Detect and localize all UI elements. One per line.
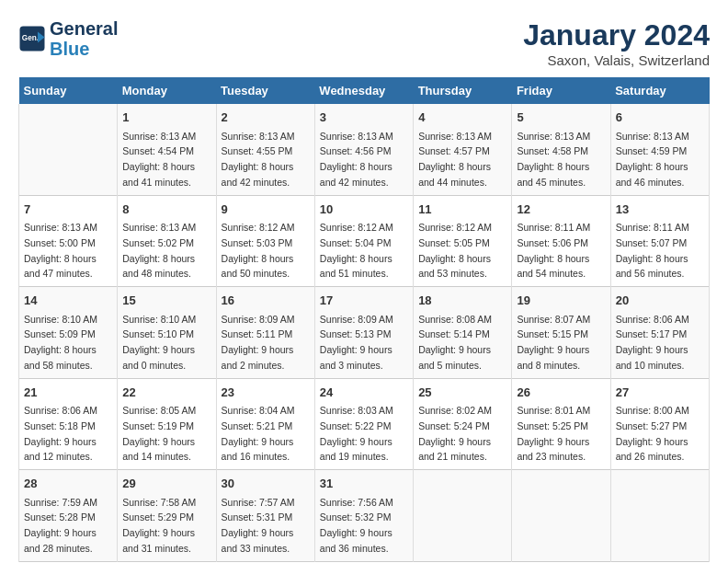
day-info: Sunrise: 8:12 AM Sunset: 5:03 PM Dayligh…	[222, 222, 295, 279]
month-title: January 2024	[523, 18, 710, 52]
calendar-cell	[610, 470, 709, 562]
calendar-week-row: 14Sunrise: 8:10 AM Sunset: 5:09 PM Dayli…	[19, 287, 710, 379]
calendar-cell: 24Sunrise: 8:03 AM Sunset: 5:22 PM Dayli…	[314, 378, 413, 470]
day-info: Sunrise: 7:57 AM Sunset: 5:31 PM Dayligh…	[222, 497, 295, 554]
calendar-cell: 19Sunrise: 8:07 AM Sunset: 5:15 PM Dayli…	[512, 287, 610, 379]
day-info: Sunrise: 7:56 AM Sunset: 5:32 PM Dayligh…	[320, 497, 393, 554]
header-row: SundayMondayTuesdayWednesdayThursdayFrid…	[19, 77, 710, 104]
day-number: 31	[320, 475, 408, 493]
day-number: 21	[24, 384, 112, 402]
day-number: 27	[616, 384, 704, 402]
day-number: 12	[517, 201, 605, 219]
calendar-cell: 22Sunrise: 8:05 AM Sunset: 5:19 PM Dayli…	[118, 378, 216, 470]
calendar-cell: 2Sunrise: 8:13 AM Sunset: 4:55 PM Daylig…	[216, 104, 314, 195]
day-info: Sunrise: 8:07 AM Sunset: 5:15 PM Dayligh…	[517, 314, 590, 371]
logo-icon: Gen.	[18, 25, 46, 52]
day-info: Sunrise: 8:10 AM Sunset: 5:10 PM Dayligh…	[122, 314, 196, 371]
location-subtitle: Saxon, Valais, Switzerland	[523, 52, 710, 68]
day-info: Sunrise: 8:03 AM Sunset: 5:22 PM Dayligh…	[320, 405, 393, 462]
day-number: 10	[320, 201, 408, 219]
day-number: 17	[320, 292, 408, 310]
calendar-cell: 6Sunrise: 8:13 AM Sunset: 4:59 PM Daylig…	[610, 104, 709, 195]
day-number: 15	[122, 292, 210, 310]
calendar-header: SundayMondayTuesdayWednesdayThursdayFrid…	[19, 77, 710, 104]
day-number: 20	[616, 292, 704, 310]
day-number: 13	[616, 201, 704, 219]
day-number: 23	[222, 384, 310, 402]
day-number: 5	[517, 109, 605, 127]
calendar-cell: 26Sunrise: 8:01 AM Sunset: 5:25 PM Dayli…	[512, 378, 610, 470]
weekday-header: Friday	[512, 77, 610, 104]
day-info: Sunrise: 8:06 AM Sunset: 5:18 PM Dayligh…	[24, 405, 97, 462]
day-info: Sunrise: 8:13 AM Sunset: 4:57 PM Dayligh…	[418, 131, 492, 188]
day-number: 11	[418, 201, 506, 219]
logo-text-line2: Blue	[50, 39, 118, 59]
calendar-cell: 20Sunrise: 8:06 AM Sunset: 5:17 PM Dayli…	[610, 287, 709, 379]
day-info: Sunrise: 7:59 AM Sunset: 5:28 PM Dayligh…	[24, 497, 97, 554]
calendar-week-row: 21Sunrise: 8:06 AM Sunset: 5:18 PM Dayli…	[19, 378, 710, 470]
calendar-week-row: 7Sunrise: 8:13 AM Sunset: 5:00 PM Daylig…	[19, 195, 710, 287]
day-info: Sunrise: 8:04 AM Sunset: 5:21 PM Dayligh…	[222, 405, 295, 462]
page-header: Gen. General Blue January 2024 Saxon, Va…	[18, 18, 710, 68]
day-info: Sunrise: 8:09 AM Sunset: 5:11 PM Dayligh…	[222, 314, 295, 371]
svg-text:Gen.: Gen.	[22, 34, 39, 42]
day-number: 29	[122, 475, 210, 493]
calendar-cell: 3Sunrise: 8:13 AM Sunset: 4:56 PM Daylig…	[314, 104, 413, 195]
day-number: 3	[320, 109, 408, 127]
calendar-cell: 13Sunrise: 8:11 AM Sunset: 5:07 PM Dayli…	[610, 195, 709, 287]
day-info: Sunrise: 7:58 AM Sunset: 5:29 PM Dayligh…	[122, 497, 196, 554]
calendar-cell	[414, 470, 512, 562]
weekday-header: Sunday	[19, 77, 118, 104]
calendar-cell: 9Sunrise: 8:12 AM Sunset: 5:03 PM Daylig…	[216, 195, 314, 287]
day-info: Sunrise: 8:13 AM Sunset: 4:54 PM Dayligh…	[122, 131, 196, 188]
calendar-cell: 23Sunrise: 8:04 AM Sunset: 5:21 PM Dayli…	[216, 378, 314, 470]
calendar-table: SundayMondayTuesdayWednesdayThursdayFrid…	[18, 77, 710, 562]
day-number: 2	[222, 109, 310, 127]
day-info: Sunrise: 8:13 AM Sunset: 4:58 PM Dayligh…	[517, 131, 590, 188]
logo-text-line1: General	[50, 18, 118, 39]
calendar-cell	[19, 104, 118, 195]
day-number: 26	[517, 384, 605, 402]
day-number: 4	[418, 109, 506, 127]
day-info: Sunrise: 8:13 AM Sunset: 5:00 PM Dayligh…	[24, 222, 97, 279]
day-info: Sunrise: 8:09 AM Sunset: 5:13 PM Dayligh…	[320, 314, 393, 371]
day-info: Sunrise: 8:12 AM Sunset: 5:05 PM Dayligh…	[418, 222, 492, 279]
day-number: 18	[418, 292, 506, 310]
calendar-cell: 12Sunrise: 8:11 AM Sunset: 5:06 PM Dayli…	[512, 195, 610, 287]
calendar-cell: 29Sunrise: 7:58 AM Sunset: 5:29 PM Dayli…	[118, 470, 216, 562]
day-info: Sunrise: 8:13 AM Sunset: 4:59 PM Dayligh…	[616, 131, 689, 188]
calendar-cell: 30Sunrise: 7:57 AM Sunset: 5:31 PM Dayli…	[216, 470, 314, 562]
day-info: Sunrise: 8:08 AM Sunset: 5:14 PM Dayligh…	[418, 314, 492, 371]
calendar-cell: 7Sunrise: 8:13 AM Sunset: 5:00 PM Daylig…	[19, 195, 118, 287]
calendar-cell: 21Sunrise: 8:06 AM Sunset: 5:18 PM Dayli…	[19, 378, 118, 470]
calendar-cell: 31Sunrise: 7:56 AM Sunset: 5:32 PM Dayli…	[314, 470, 413, 562]
weekday-header: Saturday	[610, 77, 709, 104]
day-info: Sunrise: 8:06 AM Sunset: 5:17 PM Dayligh…	[616, 314, 689, 371]
day-info: Sunrise: 8:10 AM Sunset: 5:09 PM Dayligh…	[24, 314, 97, 371]
day-info: Sunrise: 8:11 AM Sunset: 5:07 PM Dayligh…	[616, 222, 689, 279]
calendar-cell: 17Sunrise: 8:09 AM Sunset: 5:13 PM Dayli…	[314, 287, 413, 379]
day-info: Sunrise: 8:00 AM Sunset: 5:27 PM Dayligh…	[616, 405, 689, 462]
day-number: 28	[24, 475, 112, 493]
day-info: Sunrise: 8:13 AM Sunset: 4:56 PM Dayligh…	[320, 131, 393, 188]
day-number: 24	[320, 384, 408, 402]
calendar-cell: 1Sunrise: 8:13 AM Sunset: 4:54 PM Daylig…	[118, 104, 216, 195]
day-info: Sunrise: 8:05 AM Sunset: 5:19 PM Dayligh…	[122, 405, 196, 462]
day-number: 14	[24, 292, 112, 310]
day-number: 7	[24, 201, 112, 219]
day-number: 22	[122, 384, 210, 402]
day-info: Sunrise: 8:02 AM Sunset: 5:24 PM Dayligh…	[418, 405, 492, 462]
calendar-cell: 8Sunrise: 8:13 AM Sunset: 5:02 PM Daylig…	[118, 195, 216, 287]
day-number: 25	[418, 384, 506, 402]
day-info: Sunrise: 8:13 AM Sunset: 4:55 PM Dayligh…	[222, 131, 295, 188]
calendar-cell: 25Sunrise: 8:02 AM Sunset: 5:24 PM Dayli…	[414, 378, 512, 470]
calendar-cell: 15Sunrise: 8:10 AM Sunset: 5:10 PM Dayli…	[118, 287, 216, 379]
calendar-cell: 18Sunrise: 8:08 AM Sunset: 5:14 PM Dayli…	[414, 287, 512, 379]
weekday-header: Thursday	[414, 77, 512, 104]
day-number: 30	[222, 475, 310, 493]
calendar-week-row: 28Sunrise: 7:59 AM Sunset: 5:28 PM Dayli…	[19, 470, 710, 562]
calendar-week-row: 1Sunrise: 8:13 AM Sunset: 4:54 PM Daylig…	[19, 104, 710, 195]
calendar-cell	[512, 470, 610, 562]
calendar-body: 1Sunrise: 8:13 AM Sunset: 4:54 PM Daylig…	[19, 104, 710, 561]
day-number: 9	[222, 201, 310, 219]
